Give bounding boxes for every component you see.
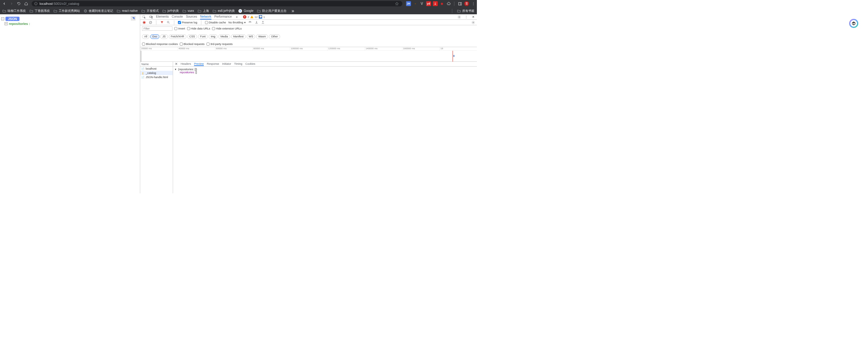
filter-chip-js[interactable]: JS xyxy=(160,34,168,39)
bookmark-item[interactable]: 上海 xyxy=(198,9,209,13)
toolbar-divider xyxy=(174,20,174,25)
all-bookmarks-button[interactable]: 所有书签 xyxy=(457,9,474,13)
json-key-repositories[interactable]: repositories : xyxy=(9,22,30,26)
detail-tab-timing[interactable]: Timing xyxy=(234,62,242,66)
filter-input[interactable] xyxy=(142,27,173,31)
filter-chip-img[interactable]: Img xyxy=(209,34,217,39)
extensions-puzzle-icon[interactable] xyxy=(446,1,451,6)
network-request-row[interactable]: 📄JSON-handle.html xyxy=(140,75,173,79)
record-button[interactable] xyxy=(142,20,146,24)
search-icon[interactable] xyxy=(166,20,170,24)
blocked-requests-checkbox[interactable]: Blocked requests xyxy=(180,42,205,45)
bookmark-item[interactable]: vuex xyxy=(183,9,194,12)
devtools-close-icon[interactable]: ✕ xyxy=(471,15,475,19)
extension-jh[interactable]: JH xyxy=(406,1,411,6)
timeline-tick: 18 xyxy=(439,47,477,51)
network-settings-icon[interactable] xyxy=(471,20,475,24)
bookmark-item[interactable]: js中的类 xyxy=(162,9,179,13)
filter-chip-font[interactable]: Font xyxy=(198,34,208,39)
bookmark-item[interactable]: GGoogle xyxy=(239,9,253,13)
preview-summary[interactable]: {repositories: []} xyxy=(178,68,197,71)
jsonhandle-corner-icon[interactable] xyxy=(131,16,136,21)
clear-button[interactable] xyxy=(148,20,152,24)
tabs-overflow-icon[interactable]: » xyxy=(235,15,239,19)
detail-tab-initiator[interactable]: Initiator xyxy=(222,62,231,66)
warning-count: 12 xyxy=(254,15,257,19)
filter-chip-wasm[interactable]: Wasm xyxy=(256,34,268,39)
invert-checkbox[interactable]: Invert xyxy=(174,27,185,30)
bookmark-item[interactable]: 开发模式 xyxy=(142,9,159,13)
forward-button[interactable] xyxy=(8,1,14,7)
network-conditions-icon[interactable] xyxy=(248,20,252,24)
bookmark-item[interactable]: 防止用户重复点击 xyxy=(257,9,286,13)
devtools-tab-elements[interactable]: Elements xyxy=(156,14,169,20)
detail-tab-cookies[interactable]: Cookies xyxy=(245,62,255,66)
filter-chip-other[interactable]: Other xyxy=(269,34,280,39)
extension-icons: JH → V yd ◉ 育 xyxy=(406,1,476,6)
detail-close-icon[interactable]: ✕ xyxy=(175,62,178,66)
side-panel-icon[interactable] xyxy=(457,1,462,6)
filter-chip-fetch-xhr[interactable]: Fetch/XHR xyxy=(169,34,186,39)
profile-avatar[interactable]: 育 xyxy=(464,1,469,6)
filter-chip-doc[interactable]: Doc xyxy=(150,34,159,39)
devtools-tab-performance[interactable]: Performance xyxy=(214,14,232,20)
chrome-menu-icon[interactable] xyxy=(471,1,476,6)
bookmark-item[interactable]: es6:js中的类 xyxy=(213,9,235,13)
tree-expand-icon[interactable]: + xyxy=(5,22,8,25)
back-button[interactable] xyxy=(1,1,7,7)
bookmark-item[interactable]: 收藏到有道云笔记 xyxy=(84,9,113,13)
timeline-request-blip xyxy=(454,55,454,57)
bookmark-item[interactable]: 工作新优秀网站 xyxy=(54,9,80,13)
inspect-element-icon[interactable] xyxy=(142,15,146,19)
preview-caret-icon[interactable]: ▾ xyxy=(175,68,177,71)
extension-yd[interactable]: yd xyxy=(426,1,431,6)
reload-button[interactable] xyxy=(16,1,22,7)
import-har-icon[interactable] xyxy=(254,20,258,24)
address-bar[interactable]: localhost:5001/v2/_catalog xyxy=(32,1,402,6)
export-har-icon[interactable] xyxy=(261,20,265,24)
throttling-dropdown[interactable]: No throttling ▾ xyxy=(228,21,246,24)
preview-key[interactable]: repositories: xyxy=(180,71,195,74)
extension-v[interactable]: V xyxy=(420,1,424,6)
name-column-header[interactable]: Name xyxy=(140,62,173,67)
devtools-tab-sources[interactable]: Sources xyxy=(186,14,197,20)
extension-spiral-icon[interactable]: ◉ xyxy=(439,1,444,6)
devtools-tab-console[interactable]: Console xyxy=(172,14,183,20)
home-button[interactable] xyxy=(23,1,29,7)
extension-red-icon[interactable] xyxy=(433,1,438,6)
preserve-log-checkbox[interactable]: Preserve log xyxy=(178,21,197,24)
disable-cache-checkbox[interactable]: Disable cache xyxy=(205,21,226,24)
bookmark-star-icon[interactable] xyxy=(394,1,400,7)
error-badge-icon[interactable]: ✕ xyxy=(243,15,246,19)
detail-tab-response[interactable]: Response xyxy=(207,62,219,66)
filter-chip-ws[interactable]: WS xyxy=(247,34,255,39)
extension-arrow-icon[interactable]: → xyxy=(413,1,417,6)
detail-tab-headers[interactable]: Headers xyxy=(181,62,191,66)
filter-chip-manifest[interactable]: Manifest xyxy=(231,34,246,39)
bookmark-item[interactable]: 丁香园系统 xyxy=(30,9,50,13)
devtools-tab-network[interactable]: Network xyxy=(200,14,211,20)
devtools-menu-icon[interactable]: ⋮ xyxy=(464,15,468,19)
filter-chip-all[interactable]: All xyxy=(142,34,149,39)
device-toolbar-icon[interactable] xyxy=(149,15,153,19)
third-party-checkbox[interactable]: 3rd-party requests xyxy=(207,42,232,45)
tree-collapse-icon[interactable]: − xyxy=(1,17,4,20)
blocked-cookies-checkbox[interactable]: Blocked response cookies xyxy=(142,42,178,45)
filter-icon[interactable] xyxy=(160,20,164,24)
detail-tab-preview[interactable]: Preview xyxy=(194,62,204,66)
hide-data-urls-checkbox[interactable]: Hide data URLs xyxy=(187,27,211,30)
warning-badge-icon[interactable] xyxy=(250,15,253,18)
bookmark-item[interactable]: 咏柳工作系统 xyxy=(2,9,26,13)
bookmark-item[interactable]: react native xyxy=(117,9,138,12)
filter-chip-css[interactable]: CSS xyxy=(187,34,197,39)
network-request-row[interactable]: 📄localhost xyxy=(140,67,173,71)
issue-badge-icon[interactable]: 💬 xyxy=(259,15,262,19)
filter-chip-media[interactable]: Media xyxy=(218,34,230,39)
site-info-icon[interactable] xyxy=(34,2,38,5)
network-request-row[interactable]: {}_catalog xyxy=(140,71,173,75)
hide-extension-urls-checkbox[interactable]: Hide extension URLs xyxy=(212,27,242,30)
network-timeline[interactable]: 20000 ms40000 ms60000 ms80000 ms100000 m… xyxy=(140,47,477,62)
svg-point-6 xyxy=(473,2,473,3)
settings-gear-icon[interactable] xyxy=(457,15,461,19)
bookmarks-overflow-icon[interactable]: » xyxy=(291,8,294,14)
